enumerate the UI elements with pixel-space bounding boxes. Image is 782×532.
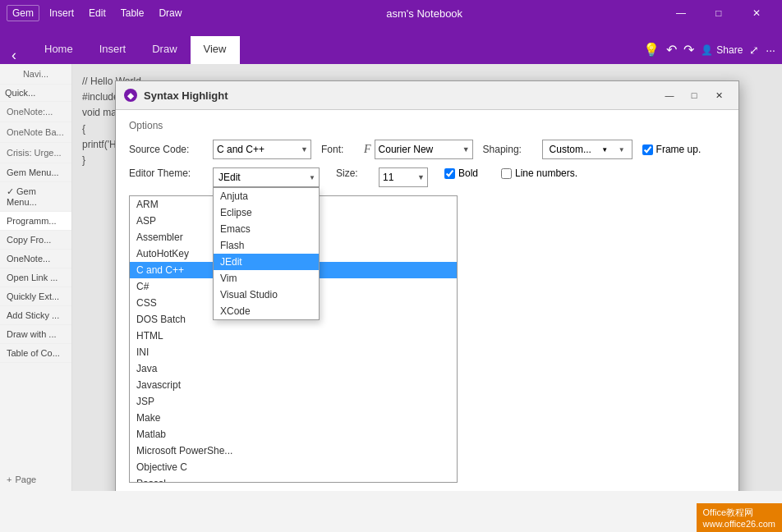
lang-item-javascript[interactable]: Javascript — [130, 377, 457, 393]
syntax-highlight-dialog: ◆ Syntax Highlight — □ ✕ Options Source … — [115, 80, 739, 491]
sidebar-quick: Quick... — [0, 85, 71, 102]
sidebar-menu-item-2[interactable]: Programm... — [0, 212, 71, 231]
sidebar-menu-item-1[interactable]: ✓ Gem Menu... — [0, 182, 71, 212]
draw-menu[interactable]: Draw — [154, 6, 186, 21]
watermark-line1: Office教程网 — [703, 507, 775, 519]
shaping-arrow-icon: ▼ — [601, 146, 608, 154]
sidebar-section-1[interactable]: OneNote Ba... — [0, 122, 71, 143]
font-select[interactable]: Courier New — [375, 140, 473, 159]
source-code-select-wrapper: C and C++ ▼ — [213, 140, 311, 159]
sidebar-section-0[interactable]: OneNote:... — [0, 102, 71, 122]
theme-item-emacs[interactable]: Emacs — [214, 221, 319, 237]
frame-up-label-text: Frame up. — [656, 144, 702, 155]
dialog-titlebar: ◆ Syntax Highlight — □ ✕ — [116, 81, 738, 110]
lang-item-matlab[interactable]: Matlab — [130, 426, 457, 443]
tab-view[interactable]: View — [191, 36, 240, 64]
sidebar-menu-item-9[interactable]: Table of Co... — [0, 344, 71, 363]
theme-item-flash[interactable]: Flash — [214, 237, 319, 254]
shaping-button[interactable]: Custom... ▼ — [542, 140, 632, 159]
window-title: asm's Notebook — [386, 7, 462, 20]
bold-checkbox-label[interactable]: Bold — [444, 167, 478, 179]
tab-draw[interactable]: Draw — [139, 36, 190, 64]
sidebar-menu-item-5[interactable]: Open Link ... — [0, 268, 71, 287]
line-numbers-checkbox-label[interactable]: Line numbers. — [501, 167, 577, 179]
size-label: Size: — [336, 167, 369, 179]
theme-item-eclipse[interactable]: Eclipse — [214, 204, 319, 221]
lang-item-ini[interactable]: INI — [130, 344, 457, 360]
sidebar-menu-item-3[interactable]: Copy Fro... — [0, 231, 71, 250]
source-code-label: Source Code: — [129, 144, 203, 155]
close-button[interactable]: ✕ — [738, 0, 775, 26]
frame-up-checkbox-label[interactable]: Frame up. — [642, 144, 702, 155]
tab-home[interactable]: Home — [31, 36, 86, 64]
dialog-body: Options Source Code: C and C++ ▼ Font: — [116, 110, 738, 491]
bold-checkbox[interactable] — [444, 168, 455, 179]
dialog-maximize-button[interactable]: □ — [683, 86, 706, 104]
font-select-wrapper: Courier New ▼ — [375, 140, 473, 159]
sidebar-menu-item-4[interactable]: OneNote... — [0, 250, 71, 268]
person-icon: 👤 — [701, 44, 713, 56]
options-label: Options — [129, 120, 725, 131]
dialog-icon: ◆ — [124, 89, 137, 102]
lang-item-make[interactable]: Make — [130, 410, 457, 426]
table-menu[interactable]: Table — [116, 6, 150, 21]
size-select[interactable]: 11 — [379, 167, 428, 187]
main-layout: Navi...Quick...OneNote:...OneNote Ba...C… — [0, 64, 782, 491]
more-icon[interactable]: ··· — [766, 44, 775, 57]
theme-item-visual studio[interactable]: Visual Studio — [214, 287, 319, 303]
font-label: Font: — [321, 144, 354, 155]
shaping-value: Custom... — [550, 144, 591, 155]
line-numbers-checkbox[interactable] — [501, 168, 512, 179]
window-controls: — □ ✕ — [662, 0, 775, 26]
editor-theme-trigger[interactable]: JEdit — [213, 167, 320, 187]
dialog-controls: — □ ✕ — [658, 86, 730, 104]
share-button[interactable]: 👤 Share — [701, 44, 743, 56]
redo-icon[interactable]: ↷ — [683, 42, 694, 57]
editor-theme-label: Editor Theme: — [129, 167, 203, 179]
maximize-button[interactable]: □ — [700, 0, 738, 26]
sidebar-menu-item-0[interactable]: Gem Menu... — [0, 163, 71, 182]
lang-item-html[interactable]: HTML — [130, 328, 457, 344]
dialog-close-button[interactable]: ✕ — [707, 86, 730, 104]
options-row-1: Source Code: C and C++ ▼ Font: F — [129, 140, 725, 159]
ribbon-bar: ‹ HomeInsertDrawView 💡 ↶ ↷ 👤 Share ⤢ ··· — [0, 26, 782, 64]
insert-menu[interactable]: Insert — [44, 6, 79, 21]
theme-item-vim[interactable]: Vim — [214, 270, 319, 287]
watermark: Office教程网 www.office26.com — [697, 503, 782, 532]
editor-theme-value: JEdit — [218, 172, 241, 183]
back-button[interactable]: ‹ — [7, 47, 21, 64]
add-page-button[interactable]: +Page — [0, 468, 71, 491]
ribbon-right-actions: 💡 ↶ ↷ 👤 Share ⤢ ··· — [643, 42, 775, 64]
expand-icon[interactable]: ⤢ — [749, 44, 759, 57]
lang-item-java[interactable]: Java — [130, 360, 457, 377]
tab-insert[interactable]: Insert — [86, 36, 140, 64]
lang-item-pascal[interactable]: Pascal — [130, 475, 457, 483]
sidebar-menu-item-7[interactable]: Add Sticky ... — [0, 306, 71, 325]
theme-item-jedit[interactable]: JEdit — [214, 254, 319, 270]
sidebar-navi[interactable]: Navi... — [0, 64, 71, 85]
sidebar-menu-item-6[interactable]: Quickly Ext... — [0, 287, 71, 306]
left-sidebar: Navi...Quick...OneNote:...OneNote Ba...C… — [0, 64, 72, 491]
dialog-overlay: ◆ Syntax Highlight — □ ✕ Options Source … — [72, 64, 782, 491]
title-bar: Gem Insert Edit Table Draw asm's Noteboo… — [0, 0, 782, 26]
sidebar-menu: Gem Menu...✓ Gem Menu...Programm...Copy … — [0, 163, 71, 363]
source-code-select[interactable]: C and C++ — [213, 140, 311, 159]
frame-up-checkbox[interactable] — [642, 144, 653, 155]
minimize-button[interactable]: — — [662, 0, 700, 26]
sidebar-section-2[interactable]: Crisis: Urge... — [0, 143, 71, 163]
gem-label[interactable]: Gem — [7, 5, 39, 21]
content-area: // Hello World#include <stdio.h>void mai… — [72, 64, 782, 491]
theme-item-anjuta[interactable]: Anjuta — [214, 188, 319, 204]
theme-item-xcode[interactable]: XCode — [214, 303, 319, 319]
bold-label-text: Bold — [458, 167, 478, 179]
lang-item-jsp[interactable]: JSP — [130, 393, 457, 410]
font-icon: F — [364, 143, 371, 156]
light-bulb-icon[interactable]: 💡 — [643, 42, 660, 57]
lang-item-microsoft-powershe...[interactable]: Microsoft PowerShe... — [130, 443, 457, 459]
sidebar-menu-item-8[interactable]: Draw with ... — [0, 325, 71, 344]
dialog-minimize-button[interactable]: — — [658, 86, 681, 104]
edit-menu[interactable]: Edit — [84, 6, 111, 21]
lang-item-objective-c[interactable]: Objective C — [130, 459, 457, 475]
undo-icon[interactable]: ↶ — [666, 42, 677, 57]
options-row-2: Editor Theme: JEdit AnjutaEclipseEmacsFl… — [129, 167, 725, 187]
